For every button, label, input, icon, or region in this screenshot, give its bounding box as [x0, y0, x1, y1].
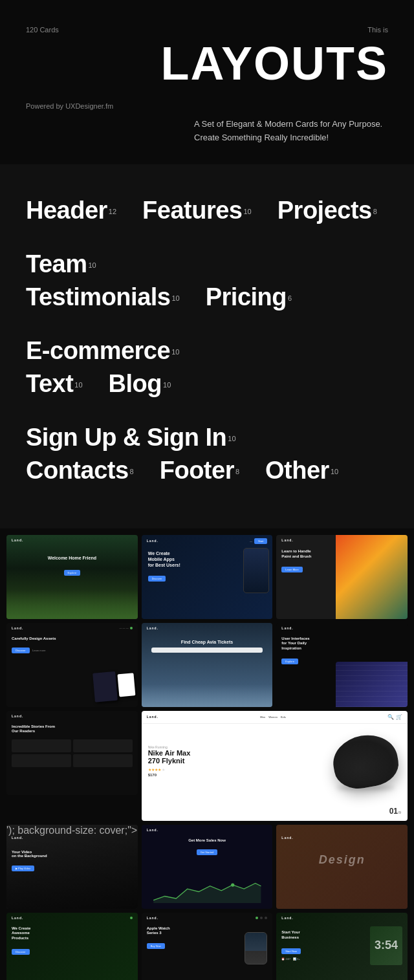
card2-cta: Start [254, 538, 267, 544]
categories-section: Header12 Features10 Projects8 Team10 Tes… [0, 164, 414, 528]
preview-card-10[interactable]: Land. Get More Sales Now Get Started [142, 825, 273, 909]
categories-row-1: Header12 Features10 Projects8 Team10 [26, 197, 388, 278]
previews-grid: Land. Welcome Home Friend Explore Land. … [6, 535, 408, 980]
card13-logo: Land. [147, 916, 158, 920]
hero-subtitle-line1: A Set of Elegant & Modern Cards for Any … [194, 119, 382, 129]
preview-card-14[interactable]: Land. Start YourBusiness Start Now ⏰ 24/… [276, 913, 408, 980]
card8-title: Nike Air Max270 Flyknit [148, 749, 330, 765]
card4-title: Carefully Design Assets [12, 637, 133, 640]
sales-chart [145, 880, 270, 903]
powered-by-label: Powered by UXDesigner.fm [26, 102, 113, 110]
card3-logo: Land. [281, 538, 293, 542]
preview-card-7[interactable]: Land. Incredible Stories FromOur Readers [6, 711, 138, 795]
card1-logo: Land. [12, 538, 23, 542]
card3-btn: Learn More [281, 567, 302, 572]
card12-logo: Land. [12, 916, 23, 920]
preview-card-4[interactable]: Land. — — — Carefully Design Assets Disc… [6, 623, 138, 707]
category-contacts[interactable]: Contacts8 [26, 457, 134, 485]
preview-card-8[interactable]: Land. Men Women Kids 🔍 🛒 Nike Running Ni… [142, 711, 408, 821]
card13-btn: Buy Now [147, 943, 165, 949]
svg-point-0 [231, 883, 234, 886]
preview-card-2[interactable]: Land. — Start We CreateMobile Appsfor Be… [142, 535, 273, 619]
hero-section: 120 Cards This is LAYOUTS Powered by UXD… [0, 0, 414, 164]
hero-subtitle-line2: Create Something Really Incredible! [194, 133, 329, 142]
preview-card-5[interactable]: Land. Find Cheap Avia Tickets [142, 623, 273, 707]
card14-btn: Start Now [281, 948, 301, 954]
card9-play-btn: ▶ Play Video [12, 866, 34, 871]
preview-card-13[interactable]: Land. Apple WatchSeries 3 Buy Now [142, 913, 273, 980]
card10-title: Get More Sales Now [148, 838, 267, 842]
card1-btn: Explore [64, 570, 81, 576]
category-signup[interactable]: Sign Up & Sign In10 [26, 424, 236, 452]
card4-btn: Discover [12, 648, 30, 653]
card7-logo: Land. [12, 714, 23, 718]
card4-logo: Land. [12, 626, 23, 630]
preview-card-6[interactable]: Land. User Interfacesfor Your DailyInspi… [276, 623, 408, 707]
card11-logo: Land. [281, 836, 293, 840]
category-blog[interactable]: Blog10 [109, 370, 171, 398]
card11-title: Design [283, 853, 401, 867]
card14-title: Start YourBusiness [281, 930, 365, 941]
card14-logo: Land. [281, 916, 293, 920]
card9-logo: Land. [12, 836, 23, 840]
card6-btn: Explore [281, 659, 298, 664]
card5-title: Find Cheap Avia Tickets [148, 640, 267, 644]
previews-section: Land. Welcome Home Friend Explore Land. … [0, 528, 414, 980]
preview-card-3[interactable]: Land. Learn to HandlePaint and Brush Lea… [276, 535, 408, 619]
card8-pagination: 01/9 [389, 807, 401, 816]
card3-title: Learn to HandlePaint and Brush [281, 549, 343, 560]
card12-title: We CreateAwesomeProducts [12, 926, 133, 941]
this-is-label: This is [367, 26, 388, 34]
preview-card-11[interactable]: Land. Design [276, 825, 408, 909]
categories-row-2: Testimonials10 Pricing6 E-commerce10 [26, 283, 388, 365]
category-text[interactable]: Text10 [26, 370, 83, 398]
preview-card-1[interactable]: Land. Welcome Home Friend Explore [6, 535, 138, 619]
category-projects[interactable]: Projects8 [278, 197, 377, 224]
categories-row-3: Text10 Blog10 Sign Up & Sign In10 [26, 370, 388, 452]
card12-btn: Discover [12, 949, 30, 955]
category-ecommerce[interactable]: E-commerce10 [26, 337, 179, 365]
card8-price: $170 [148, 773, 330, 777]
category-testimonials[interactable]: Testimonials10 [26, 283, 180, 311]
category-header[interactable]: Header12 [26, 197, 116, 224]
card10-logo: Land. [147, 828, 158, 832]
card7-title: Incredible Stories FromOur Readers [12, 724, 133, 735]
preview-card-9[interactable]: '); background-size: cover;"> Land. Your… [6, 825, 138, 909]
card1-title: Welcome Home Friend [13, 555, 131, 561]
hero-title: LAYOUTS [26, 40, 388, 87]
card8-logo: Land. [147, 715, 158, 719]
category-pricing[interactable]: Pricing6 [206, 283, 292, 311]
categories-row-4: Contacts8 Footer8 Other10 [26, 457, 388, 485]
category-features[interactable]: Features10 [142, 197, 252, 224]
category-other[interactable]: Other10 [265, 457, 338, 485]
card6-title: User Interfacesfor Your DailyInspiration [281, 637, 402, 651]
card2-logo: Land. [147, 539, 158, 543]
category-footer[interactable]: Footer8 [160, 457, 239, 485]
card5-logo: Land. [147, 626, 158, 630]
card6-logo: Land. [281, 626, 293, 630]
card9-title: Your Videoon the Background [12, 850, 133, 858]
category-team[interactable]: Team10 [26, 250, 96, 278]
card-count-label: 120 Cards [26, 26, 59, 34]
card4-dot [130, 627, 133, 629]
card12-dot [130, 917, 133, 919]
preview-card-12[interactable]: Land. We CreateAwesomeProducts Discover [6, 913, 138, 980]
card2-btn: Discover [148, 576, 166, 582]
card10-btn: Get Started [197, 849, 217, 855]
